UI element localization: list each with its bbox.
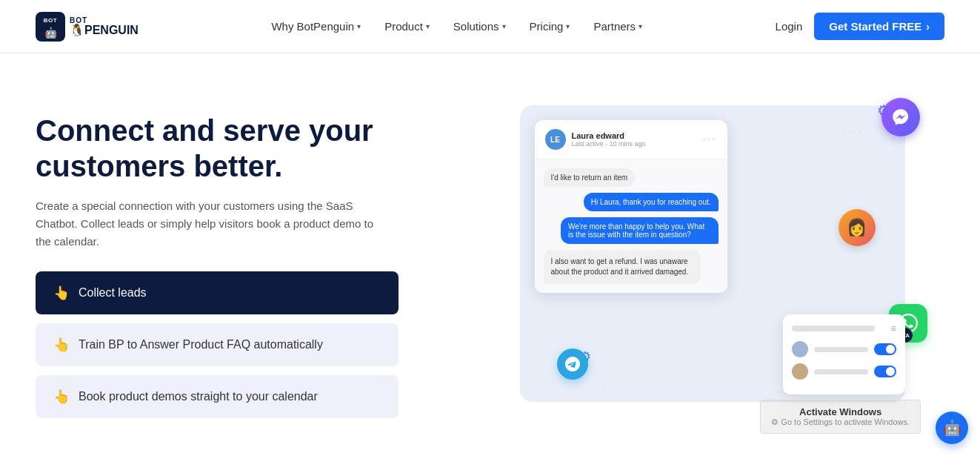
nav-item-why[interactable]: Why BotPenguin ▾ [271,20,361,33]
telegram-icon [557,348,588,380]
finger-icon: 👆 [53,389,70,405]
profile-photo: 👩 [839,209,876,246]
contact-bar-1 [814,347,868,352]
chevron-down-icon: ▾ [639,22,642,30]
chevron-down-icon: ▾ [502,22,506,30]
chevron-down-icon: ▾ [566,22,570,30]
chat-message: I also want to get a refund. I was unawa… [544,250,701,284]
toggle-1[interactable] [874,343,896,355]
avatar: LE [545,129,566,150]
gear-icon: ⚙ [877,102,890,119]
settings-bar [792,326,876,331]
feature-button-collect-leads[interactable]: 👆 Collect leads [36,271,399,314]
decorative-dots-2: · · · [594,384,617,391]
activate-windows-notice: Activate Windows ⚙ Go to Settings to act… [760,400,921,434]
finger-icon: 👆 [53,285,70,301]
chevron-down-icon: ▾ [357,22,361,30]
chat-header: LE Laura edward Last active - 10 mins ag… [535,120,727,159]
chat-user-info: Laura edward Last active - 10 mins ago [572,131,646,148]
toggle-knob [886,367,895,376]
get-started-button[interactable]: Get Started FREE › [814,13,944,40]
hero-subtitle: Create a special connection with your cu… [36,197,391,251]
chat-window: LE Laura edward Last active - 10 mins ag… [535,120,727,293]
nav-links: Why BotPenguin ▾ Product ▾ Solutions ▾ P… [271,20,642,33]
settings-row-1 [792,341,896,357]
nav-link-why[interactable]: Why BotPenguin ▾ [271,20,361,33]
hero-title: Connect and serve your customers better. [36,113,450,184]
chat-message: Hi Laura, thank you for reaching out. [584,193,719,211]
chat-background: · · · ⚙ LE Laura edward [520,105,905,402]
chevron-down-icon: ▾ [426,22,430,30]
finger-icon: 👆 [53,337,70,353]
right-panel: · · · ⚙ LE Laura edward [480,98,944,409]
chat-header-left: LE Laura edward Last active - 10 mins ag… [545,129,646,150]
logo-icon [36,12,65,42]
chat-user-name: Laura edward [572,131,646,140]
settings-header: ≡ [792,323,896,334]
nav-item-pricing[interactable]: Pricing ▾ [530,20,570,33]
chat-message: We're more than happy to help you. What … [561,217,718,244]
chat-user-status: Last active - 10 mins ago [572,140,646,148]
chat-helper-button[interactable]: 🤖 [936,412,968,444]
chat-message: I'd like to return an item [544,168,636,187]
login-button[interactable]: Login [776,20,803,33]
nav-link-pricing[interactable]: Pricing ▾ [530,20,570,33]
navbar: BOT 🐧PENGUIN Why BotPenguin ▾ Product ▾ … [0,0,980,53]
logo[interactable]: BOT 🐧PENGUIN [36,12,139,42]
toggle-knob [886,345,895,354]
nav-item-product[interactable]: Product ▾ [384,20,430,33]
filter-icon: ≡ [890,323,896,334]
more-options-icon[interactable]: ··· [702,133,716,146]
toggle-2[interactable] [874,366,896,377]
main-content: Connect and serve your customers better.… [0,53,980,456]
feature-button-train-bp[interactable]: 👆 Train BP to Answer Product FAQ automat… [36,323,399,366]
nav-link-partners[interactable]: Partners ▾ [593,20,642,33]
settings-row-2 [792,363,896,380]
feature-buttons: 👆 Collect leads 👆 Train BP to Answer Pro… [36,271,399,418]
nav-item-solutions[interactable]: Solutions ▾ [453,20,506,33]
contact-avatar-1 [792,341,808,357]
logo-text: BOT 🐧PENGUIN [70,17,139,36]
arrow-icon: › [926,21,930,33]
nav-link-solutions[interactable]: Solutions ▾ [453,20,506,33]
settings-panel: ≡ [783,314,905,394]
contact-bar-2 [814,369,868,374]
nav-actions: Login Get Started FREE › [776,13,944,40]
activate-windows-subtitle: ⚙ Go to Settings to activate Windows. [771,417,910,427]
settings-icon: ⚙ [771,417,779,426]
contact-avatar-2 [792,363,808,380]
feature-button-book-demos[interactable]: 👆 Book product demos straight to your ca… [36,375,399,418]
chat-messages: I'd like to return an item Hi Laura, tha… [535,159,727,293]
left-panel: Connect and serve your customers better.… [36,98,450,418]
decorative-dots: · · · [844,128,864,135]
activate-windows-title: Activate Windows [771,406,910,417]
robot-icon: 🤖 [943,419,961,437]
nav-item-partners[interactable]: Partners ▾ [593,20,642,33]
nav-link-product[interactable]: Product ▾ [384,20,430,33]
